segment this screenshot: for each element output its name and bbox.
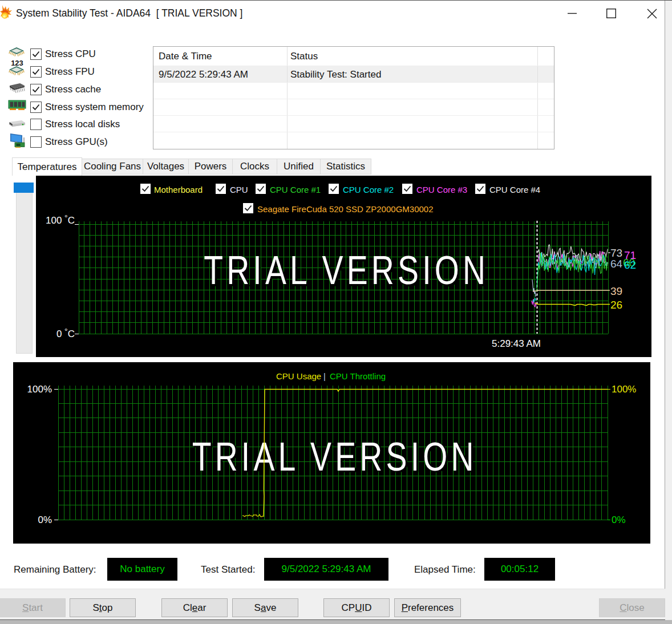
- svg-text:CPU Throttling: CPU Throttling: [330, 371, 386, 381]
- svg-text:0%: 0%: [38, 514, 52, 525]
- svg-text:100 °C: 100 °C: [46, 213, 75, 226]
- svg-text:5:29:43 AM: 5:29:43 AM: [492, 338, 541, 349]
- svg-text:TRIAL VERSION: TRIAL VERSION: [192, 433, 477, 479]
- svg-text:62: 62: [624, 259, 636, 271]
- svg-text:|: |: [323, 371, 326, 381]
- svg-text:TRIAL VERSION: TRIAL VERSION: [204, 248, 489, 293]
- svg-text:73: 73: [610, 247, 622, 259]
- svg-text:39: 39: [610, 285, 622, 297]
- svg-text:0%: 0%: [612, 514, 626, 525]
- svg-text:100%: 100%: [27, 384, 52, 395]
- svg-text:100%: 100%: [612, 384, 636, 395]
- svg-text:0 °C: 0 °C: [56, 327, 75, 339]
- svg-text:CPU Usage: CPU Usage: [276, 371, 321, 381]
- svg-text:64: 64: [610, 258, 623, 270]
- svg-text:26: 26: [610, 299, 622, 311]
